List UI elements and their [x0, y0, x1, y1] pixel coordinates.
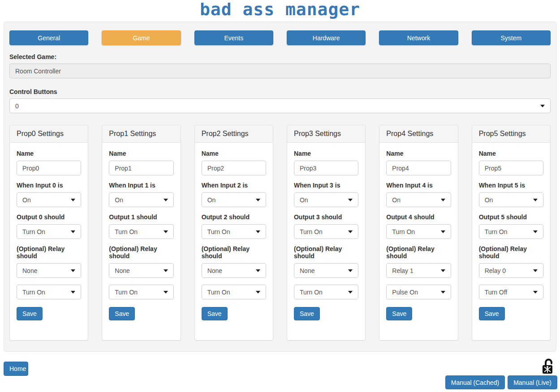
prop2-relay-label: (Optional) Relay should — [202, 245, 266, 260]
prop2-save-button[interactable]: Save — [202, 307, 228, 320]
caret-down-icon — [348, 269, 353, 272]
prop0-output-label: Output 0 should — [17, 213, 81, 221]
prop0-relay-action-select[interactable]: Turn On — [17, 285, 81, 299]
prop0-save-button[interactable]: Save — [17, 307, 43, 320]
prop4-output-label: Output 4 should — [386, 213, 451, 221]
prop2-relay-select[interactable]: None — [202, 263, 266, 278]
prop2-panel-title: Prop2 Settings — [195, 125, 273, 143]
prop2-name-input[interactable] — [202, 161, 266, 175]
prop1-panel-title: Prop1 Settings — [102, 125, 180, 143]
control-buttons-value: 0 — [15, 102, 19, 110]
prop1-output-select[interactable]: Turn On — [109, 224, 173, 239]
prop5-name-input[interactable] — [479, 161, 543, 175]
tab-general[interactable]: General — [9, 30, 88, 45]
prop3-when-select[interactable]: On — [294, 192, 358, 207]
prop1-output-label: Output 1 should — [109, 213, 173, 221]
prop0-name-label: Name — [17, 150, 81, 157]
unlocked-padlock-icon — [542, 358, 554, 375]
prop0-output-select[interactable]: Turn On — [17, 224, 81, 239]
caret-down-icon — [441, 269, 445, 272]
prop5-panel-title: Prop5 Settings — [472, 125, 550, 143]
prop1-when-label: When Input 1 is — [109, 182, 173, 189]
prop1-when-select[interactable]: On — [109, 192, 173, 207]
caret-down-icon — [164, 269, 168, 272]
prop2-when-select[interactable]: On — [202, 192, 266, 207]
manual-cached-button[interactable]: Manual (Cached) — [445, 375, 505, 389]
prop3-save-button[interactable]: Save — [294, 307, 320, 320]
caret-down-icon — [71, 230, 75, 233]
prop0-panel-title: Prop0 Settings — [10, 125, 88, 143]
prop5-name-label: Name — [479, 150, 543, 157]
prop4-save-button[interactable]: Save — [386, 307, 412, 320]
prop0-relay-action-value: Turn On — [22, 289, 45, 296]
prop5-relay-select[interactable]: Relay 0 — [479, 263, 543, 278]
prop5-relay-action-select[interactable]: Turn Off — [479, 285, 543, 299]
prop5-when-value: On — [485, 196, 493, 204]
prop3-output-label: Output 3 should — [294, 213, 358, 221]
prop2-output-value: Turn On — [207, 228, 230, 235]
prop5-relay-value: Relay 0 — [485, 267, 506, 274]
caret-down-icon — [348, 199, 353, 201]
tab-events[interactable]: Events — [194, 30, 273, 45]
prop2-output-label: Output 2 should — [202, 213, 266, 221]
control-buttons-select[interactable]: 0 — [9, 98, 551, 113]
tab-network[interactable]: Network — [379, 30, 458, 45]
prop4-relay-action-select[interactable]: Pulse On — [386, 285, 451, 299]
prop0-relay-value: None — [22, 267, 37, 274]
prop4-panel-title: Prop4 Settings — [379, 125, 457, 143]
tab-game[interactable]: Game — [102, 30, 181, 45]
prop4-name-label: Name — [386, 150, 451, 157]
prop2-output-select[interactable]: Turn On — [202, 224, 266, 239]
prop1-relay-action-value: Turn On — [115, 289, 138, 296]
prop1-relay-action-select[interactable]: Turn On — [109, 285, 173, 299]
prop0-name-input[interactable] — [17, 161, 81, 175]
caret-down-icon — [164, 230, 168, 233]
prop0-output-value: Turn On — [22, 228, 45, 235]
caret-down-icon — [164, 199, 168, 201]
caret-down-icon — [348, 291, 353, 294]
prop5-output-select[interactable]: Turn On — [479, 224, 543, 239]
tab-hardware[interactable]: Hardware — [287, 30, 366, 45]
prop0-when-select[interactable]: On — [17, 192, 81, 207]
home-button[interactable]: Home — [4, 362, 28, 376]
prop5-save-button[interactable]: Save — [479, 307, 505, 320]
prop2-name-label: Name — [202, 150, 266, 157]
caret-down-icon — [71, 269, 75, 272]
prop3-output-select[interactable]: Turn On — [294, 224, 358, 239]
prop4-when-label: When Input 4 is — [386, 182, 451, 189]
prop1-save-button[interactable]: Save — [109, 307, 135, 320]
prop3-when-value: On — [300, 196, 308, 204]
manual-live-button[interactable]: Manual (Live) — [508, 375, 557, 389]
prop3-relay-select[interactable]: None — [294, 263, 358, 278]
caret-down-icon — [441, 291, 445, 294]
prop3-panel-title: Prop3 Settings — [287, 125, 365, 143]
prop3-relay-action-select[interactable]: Turn On — [294, 285, 358, 299]
prop3-name-input[interactable] — [294, 161, 358, 175]
main-container: General Game Events Hardware Network Sys… — [4, 21, 556, 352]
prop1-name-input[interactable] — [109, 161, 173, 175]
caret-down-icon — [256, 291, 260, 294]
prop3-relay-action-value: Turn On — [300, 289, 323, 296]
prop4-when-select[interactable]: On — [386, 192, 451, 207]
caret-down-icon — [441, 199, 445, 201]
prop0-relay-select[interactable]: None — [17, 263, 81, 278]
prop5-when-select[interactable]: On — [479, 192, 543, 207]
caret-down-icon — [441, 230, 445, 233]
caret-down-icon — [540, 105, 545, 107]
prop4-relay-select[interactable]: Relay 1 — [386, 263, 451, 278]
prop1-name-label: Name — [109, 150, 173, 157]
prop4-output-select[interactable]: Turn On — [386, 224, 451, 239]
caret-down-icon — [348, 230, 353, 233]
tab-bar: General Game Events Hardware Network Sys… — [9, 30, 551, 45]
prop3-output-value: Turn On — [300, 228, 323, 235]
caret-down-icon — [256, 199, 260, 201]
caret-down-icon — [533, 291, 538, 294]
prop1-when-value: On — [115, 196, 123, 204]
prop5-when-label: When Input 5 is — [479, 182, 543, 189]
prop2-relay-action-select[interactable]: Turn On — [202, 285, 266, 299]
tab-system[interactable]: System — [472, 30, 551, 45]
prop4-name-input[interactable] — [386, 161, 451, 175]
prop2-relay-value: None — [207, 267, 222, 274]
prop1-relay-select[interactable]: None — [109, 263, 173, 278]
prop5-output-label: Output 5 should — [479, 213, 543, 221]
